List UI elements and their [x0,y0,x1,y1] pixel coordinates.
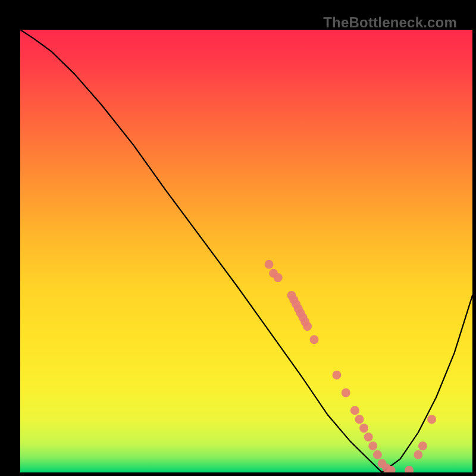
data-point [350,406,359,415]
data-point [414,450,422,459]
data-point [359,424,368,433]
data-point [274,273,283,282]
data-point [265,260,274,269]
data-point [368,441,377,450]
chart-svg [20,30,472,472]
watermark: TheBottleneck.com [323,14,457,31]
data-point [342,389,350,397]
data-point [364,433,373,441]
chart-frame: TheBottleneck.com [8,8,468,468]
data-point [427,415,436,424]
data-point [333,371,342,380]
data-point [303,322,312,331]
data-point [373,450,382,459]
gradient-bg [20,30,472,472]
data-point [310,335,319,344]
data-point [418,441,427,450]
data-point [355,415,364,424]
